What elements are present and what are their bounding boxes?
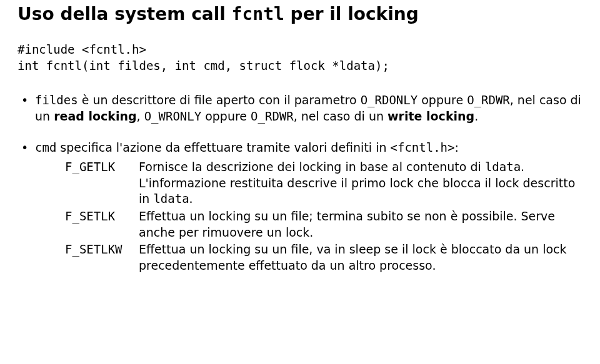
- inline-code: O_RDWR: [251, 109, 294, 123]
- bold-text: read locking: [54, 109, 136, 123]
- document-page: Uso della system call fcntl per il locki…: [0, 0, 600, 274]
- text: :: [454, 140, 458, 154]
- inline-code: ldata: [485, 160, 521, 174]
- code-block: #include <fcntl.h> int fcntl(int fildes,…: [18, 42, 585, 74]
- inline-code: O_RDWR: [467, 93, 510, 107]
- bold-text: write locking: [388, 109, 474, 123]
- definition-term: F_SETLK: [65, 209, 139, 225]
- inline-code: ldata: [153, 192, 189, 205]
- code-line-2: int fcntl(int fildes, int cmd, struct fl…: [18, 59, 389, 72]
- text: , nel caso di un: [294, 109, 388, 123]
- inline-code: <fcntl.h>: [391, 140, 455, 154]
- title-code: fcntl: [232, 4, 284, 24]
- definition-term: F_SETLKW: [65, 242, 139, 258]
- inline-code: fildes: [35, 93, 78, 107]
- text: oppure: [418, 93, 467, 107]
- title-text-post: per il locking: [284, 4, 419, 24]
- inline-code: O_RDONLY: [361, 93, 418, 107]
- text: Fornisce la descrizione dei locking in b…: [139, 160, 485, 174]
- inline-code: O_WRONLY: [144, 109, 202, 123]
- title-text-pre: Uso della system call: [18, 4, 232, 24]
- list-item: cmd specifica l'azione da effettuare tra…: [18, 140, 585, 274]
- text: è un descrittore di file aperto con il p…: [78, 93, 361, 107]
- definition-list: F_GETLK Fornisce la descrizione dei lock…: [65, 159, 585, 273]
- definition-row: F_GETLK Fornisce la descrizione dei lock…: [65, 159, 585, 207]
- text: specifica l'azione da effettuare tramite…: [56, 140, 390, 154]
- text: ,: [137, 109, 144, 123]
- code-line-1: #include <fcntl.h>: [18, 42, 146, 56]
- list-item: fildes è un descrittore di file aperto c…: [18, 92, 585, 124]
- page-title: Uso della system call fcntl per il locki…: [18, 4, 585, 24]
- definition-term: F_GETLK: [65, 159, 139, 175]
- text: .: [189, 192, 193, 205]
- definition-row: F_SETLK Effettua un locking su un file; …: [65, 209, 585, 240]
- definition-desc: Fornisce la descrizione dei locking in b…: [139, 159, 585, 207]
- text: .: [474, 109, 478, 123]
- bullet-list: fildes è un descrittore di file aperto c…: [18, 92, 585, 273]
- text: oppure: [201, 109, 251, 123]
- inline-code: cmd: [35, 140, 56, 154]
- definition-desc: Effettua un locking su un file, va in sl…: [139, 242, 585, 273]
- definition-desc: Effettua un locking su un file; termina …: [139, 209, 585, 240]
- definition-row: F_SETLKW Effettua un locking su un file,…: [65, 242, 585, 273]
